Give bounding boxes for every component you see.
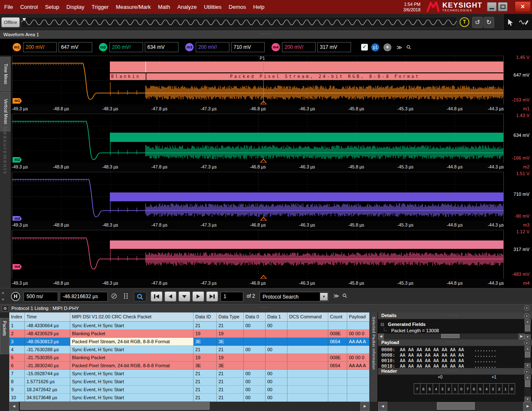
close-button[interactable]: × [515, 1, 531, 12]
p1-marker-badge[interactable]: p1 [371, 43, 379, 51]
pin-icon[interactable]: ⚲ [341, 292, 349, 300]
column-header[interactable]: Data Type [217, 312, 244, 322]
vertical-scrollbar[interactable]: ▲▼ [524, 346, 531, 368]
table-row[interactable]: 3-48.0530813 µsPacked Pixel Stream, 24-b… [9, 338, 370, 346]
more-chevron-icon[interactable]: ≫ [396, 44, 402, 51]
scrollbar-thumb[interactable] [525, 380, 530, 387]
channel-scale-field-m2[interactable]: 200 mV/ [109, 42, 143, 52]
offline-button[interactable]: Offline [1, 17, 20, 27]
table-row[interactable]: 1034.9173648 µsSync Event, H Sync Start2… [9, 394, 370, 402]
column-header[interactable]: Count [328, 312, 347, 322]
column-header[interactable]: Payload [347, 312, 370, 322]
table-row[interactable]: 6-31.3830240 µsPacked Pixel Stream, 24-b… [9, 362, 370, 370]
scrollbar-thumb[interactable] [525, 352, 530, 358]
vertical-scrollbar[interactable]: ▲▼ [524, 375, 531, 402]
scrollbar-thumb[interactable] [20, 402, 210, 410]
menu-trigger[interactable]: Trigger [91, 4, 109, 10]
table-row[interactable]: 81.5771626 µsSync Event, H Sync Start212… [9, 378, 370, 386]
step-forward-button[interactable] [192, 291, 204, 302]
collapse-chevron-icon[interactable]: ▾ [524, 340, 529, 346]
scroll-right-icon[interactable]: ▶ [360, 402, 370, 411]
menu-demos[interactable]: Demos [229, 4, 246, 10]
collapse-chevron-icon[interactable]: ▾ [524, 369, 529, 374]
settings-gear-button[interactable]: ⚙ [2, 305, 9, 312]
column-header[interactable]: Data 1 [266, 312, 287, 322]
scrollbar-thumb[interactable] [437, 402, 475, 410]
scroll-right-icon[interactable]: ▶ [523, 402, 532, 411]
menu-measure-mark[interactable]: Measure/Mark [116, 4, 151, 10]
add-button[interactable]: + [383, 43, 391, 51]
table-row[interactable]: 1-48.4330664 µsSync Event, H Sync Start2… [9, 322, 370, 330]
maximize-button[interactable] [498, 2, 508, 11]
horizontal-delay-strip[interactable] [21, 17, 457, 28]
scroll-down-icon[interactable]: ▼ [524, 397, 531, 402]
menu-setup[interactable]: Setup [45, 4, 59, 10]
channel-offset-field-m4[interactable]: 317 mV [317, 42, 351, 52]
channel-offset-field-m3[interactable]: 710 mV [231, 42, 265, 52]
timebase-scale-field[interactable]: 500 ns/ [24, 292, 58, 302]
zoom-off-icon[interactable]: ⊘ [111, 291, 117, 301]
details-titlebar[interactable]: Details ····· ▾ [378, 312, 532, 319]
touch-button[interactable]: T [460, 17, 469, 27]
scroll-right-icon[interactable]: ▶ [519, 334, 524, 339]
pointer-icon[interactable] [507, 19, 515, 26]
scroll-up-icon[interactable]: ▲ [524, 346, 531, 351]
menu-file[interactable]: File [4, 4, 13, 10]
column-header[interactable]: MIPI DSI V1.02.00 CRC Check Packet [70, 312, 194, 322]
redo-button[interactable]: ↻ [484, 17, 494, 28]
horizontal-settings-button[interactable]: H [11, 292, 20, 301]
channel-badge-m4[interactable]: m4 [271, 43, 280, 51]
scroll-left-icon[interactable]: ◀ [378, 334, 384, 339]
channel-scale-field-m3[interactable]: 200 mV/ [196, 42, 229, 52]
collapse-chevron-icon[interactable]: ▾ [524, 305, 529, 311]
step-back-button[interactable] [165, 291, 176, 302]
protocol-search-dropdown[interactable]: Protocol Search ▼ [260, 292, 329, 302]
menu-analyze[interactable]: Analyze [177, 4, 197, 10]
menu-math[interactable]: Math [158, 4, 170, 10]
go-to-end-button[interactable] [206, 291, 218, 302]
horizontal-scrollbar[interactable]: ◀▶ [378, 334, 524, 339]
scrollbar-thumb[interactable] [525, 325, 530, 331]
channel-badge-m3[interactable]: m3 [185, 43, 194, 51]
protocol-listing-titlebar[interactable]: ⚙ Protocol 1 Listing : MIPI D-PHY ····· … [0, 304, 532, 312]
column-header[interactable]: Index [9, 312, 25, 322]
cursor-p1-label[interactable]: P1 [260, 56, 265, 61]
column-header[interactable]: Data ID [194, 312, 217, 322]
undo-button[interactable]: ↺ [472, 17, 483, 28]
tab-selected-packet-information[interactable]: Selected Packet Information [370, 312, 378, 402]
go-to-start-button[interactable] [151, 291, 162, 302]
scrollbar-thumb[interactable] [441, 334, 460, 338]
vertical-scrollbar[interactable]: ▲▼ [524, 319, 531, 339]
channel-offset-field-m1[interactable]: 647 mV [59, 42, 92, 52]
display-checkbox[interactable]: ✓ [361, 44, 368, 51]
table-row[interactable]: 7-15.0928744 µsSync Event, H Sync Start2… [9, 370, 370, 378]
scroll-up-icon[interactable]: ▲ [524, 319, 531, 324]
minimize-button[interactable] [487, 2, 497, 11]
table-row[interactable]: 5-31.7530355 µsBlanking Packet1919008E00… [9, 354, 370, 362]
waveform-plot-m1[interactable]: P1BlankinPacked Pixel Stream, 24-bit RGB… [12, 56, 504, 104]
column-header[interactable]: Time [25, 312, 70, 322]
waveform-plot-m3[interactable]: m3 [12, 172, 504, 221]
scroll-up-icon[interactable]: ▲ [524, 375, 531, 380]
table-row[interactable]: 4-31.7630288 µsSync Event, H Sync Start2… [9, 346, 370, 354]
column-header[interactable]: Data 0 [244, 312, 266, 322]
scroll-left-icon[interactable]: ◀ [378, 402, 387, 411]
more-chevron-icon[interactable]: ≫ [333, 293, 339, 299]
channel-badge-m2[interactable]: m2 [99, 43, 107, 51]
scroll-down-icon[interactable]: ▼ [524, 363, 531, 368]
scroll-left-icon[interactable]: ◀ [9, 402, 19, 411]
pin-icon[interactable]: ⚲ [404, 43, 412, 51]
collapse-panel-control[interactable]: « « [2, 290, 4, 302]
channel-scale-field-m4[interactable]: 200 mV/ [282, 42, 316, 52]
table-row[interactable]: 918.2472642 µsSync Event, H Sync Start21… [9, 386, 370, 394]
scroll-down-icon[interactable]: ▼ [524, 334, 531, 339]
page-number-field[interactable]: 1 [221, 292, 243, 302]
waveform-plot-m2[interactable]: m2 [12, 114, 504, 163]
menu-help[interactable]: Help [253, 4, 265, 10]
collapse-chevron-icon[interactable]: ▾ [524, 313, 529, 319]
dropdown-arrow-icon[interactable]: ▼ [320, 293, 328, 301]
zoom-search-button[interactable] [134, 292, 146, 302]
stop-button[interactable] [178, 291, 190, 302]
waveform-area-titlebar[interactable]: Waveform Area 1 ····· [0, 30, 532, 39]
table-row[interactable]: 2-48.4230529 µsBlanking Packet1919008E00… [9, 330, 370, 338]
